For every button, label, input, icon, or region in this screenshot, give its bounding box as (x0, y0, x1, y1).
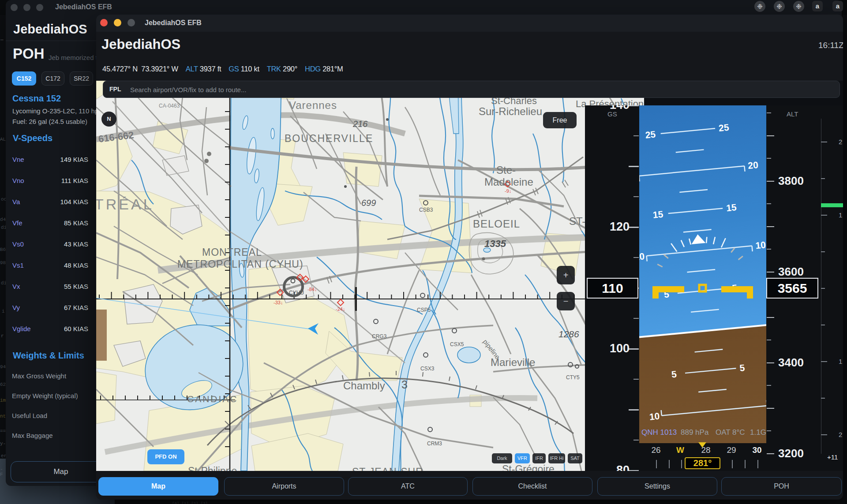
svg-text:OAT 8°C: OAT 8°C (716, 428, 745, 437)
svg-text:Madeleine: Madeleine (484, 176, 533, 188)
svg-text:CYHU: CYHU (289, 290, 304, 296)
svg-text:1286: 1286 (558, 329, 579, 339)
svg-text:1335: 1335 (484, 238, 506, 249)
svg-text:3: 3 (401, 378, 408, 391)
svg-text:10: 10 (639, 251, 645, 262)
svg-text:889 hPa: 889 hPa (681, 428, 709, 437)
svg-text:-24↓: -24↓ (336, 306, 345, 312)
svg-text:216: 216 (352, 119, 368, 129)
svg-text:CTY5: CTY5 (566, 374, 580, 381)
svg-text:CRM3: CRM3 (427, 441, 442, 447)
svg-text:ST-: ST- (569, 215, 585, 227)
svg-text:Ste-: Ste- (496, 164, 516, 176)
svg-text:Varennes: Varennes (289, 99, 337, 111)
svg-text:CSB3: CSB3 (419, 207, 433, 213)
svg-text:BOUCHERVILLE: BOUCHERVILLE (285, 133, 373, 144)
svg-text:CA-0463: CA-0463 (159, 103, 180, 109)
svg-text:TRÉAL: TRÉAL (96, 196, 154, 213)
svg-text:BELOEIL: BELOEIL (473, 218, 520, 230)
svg-text:1.1G: 1.1G (750, 428, 766, 437)
svg-text:10: 10 (649, 411, 660, 422)
svg-text:Chambly: Chambly (343, 380, 385, 392)
svg-text:ST-JEAN-SUR: ST-JEAN-SUR (352, 466, 424, 471)
svg-text:QNH 1013: QNH 1013 (641, 428, 677, 437)
svg-text:CRG3: CRG3 (372, 333, 387, 340)
svg-text:-33↓: -33↓ (274, 300, 283, 305)
svg-text:MONTREAL: MONTREAL (202, 246, 262, 258)
svg-text:699: 699 (361, 198, 376, 208)
svg-text:Sur-Richelieu: Sur-Richelieu (479, 105, 542, 117)
svg-text:25: 25 (718, 122, 730, 133)
svg-text:-9↓: -9↓ (505, 188, 511, 194)
svg-text:25: 25 (645, 129, 656, 140)
svg-text:-84↓: -84↓ (307, 287, 317, 292)
svg-text:CSX3: CSX3 (420, 366, 435, 372)
svg-text:CANDIAC: CANDIAC (187, 394, 238, 404)
svg-text:15: 15 (652, 209, 664, 220)
svg-text:CSX5: CSX5 (450, 341, 464, 347)
svg-text:METROPOLITAN (CYHU): METROPOLITAN (CYHU) (177, 258, 304, 270)
svg-text:St-Philippe-: St-Philippe- (188, 465, 240, 471)
svg-text:15: 15 (726, 202, 737, 213)
svg-text:St-Grégoire: St-Grégoire (502, 463, 555, 471)
svg-text:CSP5: CSP5 (417, 307, 431, 313)
svg-text:10: 10 (755, 239, 766, 250)
svg-text:20: 20 (747, 160, 758, 171)
